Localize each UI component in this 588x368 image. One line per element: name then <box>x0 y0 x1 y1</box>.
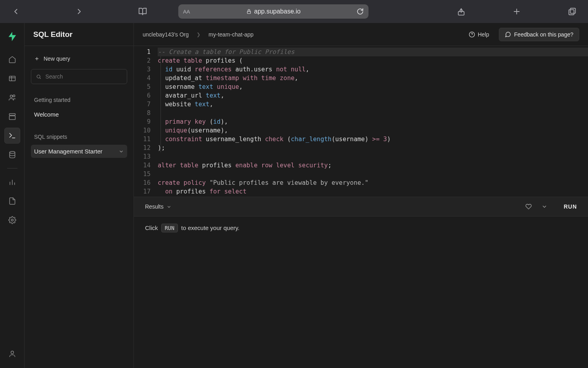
lock-icon <box>246 9 252 14</box>
feedback-label: Feedback on this page? <box>514 31 573 38</box>
nav-table[interactable] <box>4 71 20 86</box>
sidebar-item-welcome[interactable]: Welcome <box>31 108 127 121</box>
svg-rect-6 <box>569 10 574 15</box>
results-label: Results <box>145 203 164 210</box>
nav-docs[interactable] <box>4 193 20 209</box>
svg-rect-0 <box>247 11 250 13</box>
svg-point-10 <box>10 95 12 98</box>
line-gutter: 1234567891011121314151617 <box>134 46 156 197</box>
results-bar: Results RUN <box>134 197 588 217</box>
share-button[interactable] <box>453 4 469 19</box>
heart-icon <box>525 203 532 210</box>
svg-point-19 <box>11 219 13 221</box>
svg-rect-5 <box>570 8 575 13</box>
new-tab-button[interactable] <box>509 4 525 19</box>
nav-settings[interactable] <box>4 212 20 228</box>
crumb-org[interactable]: unclebay143's Org <box>143 31 189 38</box>
help-link[interactable]: Help <box>469 31 489 38</box>
run-button[interactable]: RUN <box>564 203 577 210</box>
search-input[interactable] <box>45 73 122 80</box>
back-button[interactable] <box>8 4 24 19</box>
tabs-button[interactable] <box>564 4 580 19</box>
new-query-label: New query <box>44 56 70 62</box>
section-sql-snippets: SQL snippets <box>31 132 127 142</box>
svg-rect-13 <box>9 116 15 119</box>
breadcrumb-bar: unclebay143's Org ❯ my-team-chat-app Hel… <box>134 23 588 46</box>
search-box[interactable] <box>31 69 127 84</box>
results-menu[interactable] <box>538 203 550 210</box>
nav-rail <box>0 23 25 368</box>
safari-toolbar: AA app.supabase.io <box>0 0 588 23</box>
hint-post: to execute your query. <box>181 224 239 231</box>
svg-point-15 <box>10 151 15 153</box>
svg-point-20 <box>11 351 13 354</box>
hint-pre: Click <box>145 224 158 231</box>
sidebar: SQL Editor New query Getting started Wel… <box>25 23 134 368</box>
bookmarks-button[interactable] <box>135 4 151 19</box>
main: unclebay143's Org ❯ my-team-chat-app Hel… <box>134 23 588 368</box>
chevron-down-icon <box>118 149 124 154</box>
svg-rect-12 <box>9 114 15 115</box>
hint-kbd: RUN <box>161 224 178 232</box>
new-query-button[interactable]: New query <box>31 53 127 64</box>
results-body: Click RUN to execute your query. <box>134 217 588 368</box>
supabase-logo[interactable] <box>7 31 18 42</box>
nav-storage[interactable] <box>4 109 20 125</box>
svg-point-11 <box>13 95 15 97</box>
code-editor[interactable]: 1234567891011121314151617 -- Create a ta… <box>134 46 588 197</box>
chevron-down-icon <box>541 203 548 210</box>
url-text: app.supabase.io <box>254 8 300 15</box>
forward-button[interactable] <box>71 4 87 19</box>
sidebar-title: SQL Editor <box>33 30 73 39</box>
chevron-down-icon <box>166 204 172 209</box>
nav-home[interactable] <box>4 52 20 67</box>
svg-point-23 <box>37 75 40 78</box>
app-root: SQL Editor New query Getting started Wel… <box>0 23 588 368</box>
nav-database[interactable] <box>4 147 20 163</box>
nav-reports[interactable] <box>4 174 20 190</box>
speech-icon <box>505 31 511 38</box>
feedback-button[interactable]: Feedback on this page? <box>499 28 579 41</box>
address-bar[interactable]: AA app.supabase.io <box>178 4 368 19</box>
chevron-right-icon: ❯ <box>197 32 200 37</box>
section-getting-started: Getting started <box>31 95 127 105</box>
nav-sql[interactable] <box>4 128 20 144</box>
favorite-button[interactable] <box>523 203 535 210</box>
plus-icon <box>34 56 40 61</box>
crumb-project[interactable]: my-team-chat-app <box>208 31 254 38</box>
sidebar-item-user-management[interactable]: User Management Starter <box>31 145 127 158</box>
nav-auth[interactable] <box>4 90 20 105</box>
svg-line-24 <box>40 78 41 79</box>
results-tab[interactable]: Results <box>145 203 172 210</box>
code-area[interactable]: -- Create a table for Public Profilescre… <box>156 46 588 197</box>
nav-account[interactable] <box>4 346 20 362</box>
svg-rect-7 <box>9 76 15 81</box>
sidebar-item-label: User Management Starter <box>34 148 103 155</box>
indent-guide <box>160 56 161 152</box>
reload-icon[interactable] <box>357 8 364 15</box>
sidebar-header: SQL Editor <box>25 23 134 46</box>
help-label: Help <box>478 31 489 38</box>
rail-divider <box>7 168 17 169</box>
search-icon <box>36 74 41 80</box>
help-icon <box>469 31 475 38</box>
reader-mode-icon[interactable]: AA <box>183 9 190 15</box>
